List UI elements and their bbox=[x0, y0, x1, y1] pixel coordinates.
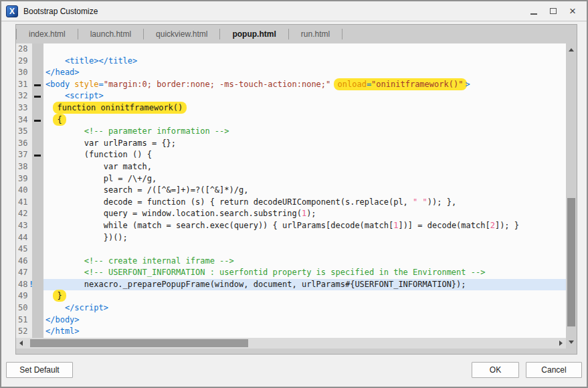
window-controls: × bbox=[527, 5, 579, 18]
code-text[interactable]: <!-- USERFONT_INFORMATION : userfontid p… bbox=[43, 267, 566, 279]
code-line-50[interactable]: 50 </script> bbox=[16, 302, 566, 314]
minimize-button[interactable] bbox=[527, 5, 541, 18]
code-text[interactable]: <!-- create internal iframe --> bbox=[43, 256, 566, 268]
code-line-28[interactable]: 28 bbox=[16, 43, 566, 56]
marker-highlight: } bbox=[53, 290, 66, 302]
code-text[interactable]: (function () { bbox=[43, 149, 566, 161]
code-line-51[interactable]: 51</body> bbox=[16, 314, 566, 326]
line-number: 45 bbox=[16, 244, 32, 256]
code-line-48[interactable]: 48! nexacro._preparePopupFrame(window, d… bbox=[16, 279, 566, 291]
tab-index[interactable]: index.html bbox=[17, 25, 78, 43]
code-line-31[interactable]: 31<body style="margin:0; border:none; -m… bbox=[16, 79, 566, 91]
code-text[interactable]: { bbox=[43, 114, 566, 126]
tab-quickview[interactable]: quickview.html bbox=[144, 25, 219, 43]
fold-gutter[interactable] bbox=[32, 114, 43, 126]
fold-gutter[interactable] bbox=[32, 149, 43, 161]
code-text[interactable]: })(); bbox=[43, 232, 566, 244]
marker-highlight: function oninitframework() bbox=[53, 102, 187, 114]
set-default-button[interactable]: Set Default bbox=[6, 362, 73, 378]
code-line-52[interactable]: 52</html> bbox=[16, 326, 566, 338]
code-text[interactable]: <body style="margin:0; border:none; -ms-… bbox=[43, 79, 566, 91]
code-line-43[interactable]: 43 while (match = search.exec(query)) { … bbox=[16, 220, 566, 232]
scroll-up-icon[interactable] bbox=[569, 48, 574, 52]
horizontal-scroll-thumb[interactable] bbox=[30, 339, 248, 347]
title-bar: X Bootstrap Customize × bbox=[1, 1, 587, 21]
bootstrap-customize-dialog: X Bootstrap Customize × index.htmllaunch… bbox=[0, 0, 588, 388]
scroll-left-icon[interactable] bbox=[19, 341, 23, 346]
code-text[interactable]: var match, bbox=[43, 161, 566, 173]
code-text[interactable] bbox=[43, 244, 566, 256]
code-text[interactable]: </body> bbox=[43, 314, 566, 326]
code-text[interactable]: </script> bbox=[43, 302, 566, 314]
code-line-36[interactable]: 36 var urlParams = {}; bbox=[16, 138, 566, 150]
line-number: 31 bbox=[16, 79, 32, 91]
maximize-button[interactable] bbox=[547, 5, 560, 18]
code-text[interactable]: nexacro._preparePopupFrame(window, docum… bbox=[43, 279, 566, 291]
vertical-scroll-thumb[interactable] bbox=[567, 198, 575, 326]
code-text[interactable] bbox=[43, 43, 566, 56]
code-line-35[interactable]: 35 <!-- parameter information --> bbox=[16, 126, 566, 138]
fold-collapse-icon[interactable] bbox=[34, 155, 41, 157]
line-number: 34 bbox=[16, 114, 32, 126]
fold-gutter[interactable] bbox=[32, 90, 43, 102]
code-line-47[interactable]: 47 <!-- USERFONT_INFORMATION : userfonti… bbox=[16, 267, 566, 279]
ok-button[interactable]: OK bbox=[472, 362, 519, 378]
vertical-scrollbar[interactable] bbox=[566, 43, 577, 349]
code-text[interactable]: </html> bbox=[43, 326, 566, 338]
code-line-32[interactable]: 32 <script> bbox=[16, 90, 566, 102]
code-line-42[interactable]: 42 query = window.location.search.substr… bbox=[16, 208, 566, 220]
code-text[interactable]: query = window.location.search.substring… bbox=[43, 208, 566, 220]
line-number: 33 bbox=[16, 102, 32, 114]
scroll-right-icon[interactable] bbox=[559, 341, 563, 346]
code-editor[interactable]: 2829 <title></title>30</head>31<body sty… bbox=[16, 43, 566, 338]
fold-collapse-icon[interactable] bbox=[34, 96, 41, 98]
line-number: 44 bbox=[16, 232, 32, 244]
line-number: 32 bbox=[16, 90, 32, 102]
fold-gutter bbox=[32, 185, 43, 197]
code-text[interactable]: while (match = search.exec(query)) { url… bbox=[43, 220, 566, 232]
code-line-33[interactable]: 33 function oninitframework() bbox=[16, 102, 566, 114]
cancel-button[interactable]: Cancel bbox=[526, 362, 582, 378]
tab-run[interactable]: run.html bbox=[289, 25, 342, 43]
tab-popup[interactable]: popup.html bbox=[220, 25, 288, 43]
scroll-down-icon[interactable] bbox=[569, 341, 574, 344]
code-line-41[interactable]: 41 decode = function (s) { return decode… bbox=[16, 197, 566, 209]
code-line-37[interactable]: 37 (function () { bbox=[16, 149, 566, 161]
code-text[interactable]: <script> bbox=[43, 90, 566, 102]
code-line-44[interactable]: 44 })(); bbox=[16, 232, 566, 244]
code-line-29[interactable]: 29 <title></title> bbox=[16, 56, 566, 68]
fold-collapse-icon[interactable] bbox=[34, 84, 41, 86]
fold-gutter bbox=[32, 126, 43, 138]
fold-gutter bbox=[32, 43, 43, 56]
code-text[interactable]: </head> bbox=[43, 67, 566, 79]
line-number: 37 bbox=[16, 149, 32, 161]
code-text[interactable]: function oninitframework() bbox=[43, 102, 566, 114]
code-text[interactable]: pl = /\+/g, bbox=[43, 173, 566, 185]
fold-gutter[interactable] bbox=[32, 79, 43, 91]
code-line-30[interactable]: 30</head> bbox=[16, 67, 566, 79]
code-line-34[interactable]: 34 { bbox=[16, 114, 566, 126]
code-text[interactable]: decode = function (s) { return decodeURI… bbox=[43, 197, 566, 209]
fold-gutter bbox=[32, 256, 43, 268]
fold-collapse-icon[interactable] bbox=[34, 120, 41, 122]
code-text[interactable]: var urlParams = {}; bbox=[43, 138, 566, 150]
close-button[interactable]: × bbox=[566, 5, 579, 18]
horizontal-scrollbar[interactable] bbox=[16, 338, 566, 349]
code-text[interactable]: } bbox=[43, 290, 566, 302]
line-number: 39 bbox=[16, 173, 32, 185]
code-line-49[interactable]: 49 } bbox=[16, 290, 566, 302]
code-text[interactable]: search = /([^&=]+)=?([^&]*)/g, bbox=[43, 185, 566, 197]
code-line-46[interactable]: 46 <!-- create internal iframe --> bbox=[16, 256, 566, 268]
line-number: 28 bbox=[16, 43, 32, 56]
code-line-38[interactable]: 38 var match, bbox=[16, 161, 566, 173]
code-text[interactable]: <title></title> bbox=[43, 56, 566, 68]
code-line-40[interactable]: 40 search = /([^&=]+)=?([^&]*)/g, bbox=[16, 185, 566, 197]
tab-launch[interactable]: launch.html bbox=[78, 25, 143, 43]
code-text[interactable]: <!-- parameter information --> bbox=[43, 126, 566, 138]
fold-gutter bbox=[32, 161, 43, 173]
code-line-45[interactable]: 45 bbox=[16, 244, 566, 256]
code-line-39[interactable]: 39 pl = /\+/g, bbox=[16, 173, 566, 185]
fold-gutter bbox=[32, 267, 43, 279]
fold-gutter: ! bbox=[32, 279, 43, 291]
line-number: 36 bbox=[16, 138, 32, 150]
